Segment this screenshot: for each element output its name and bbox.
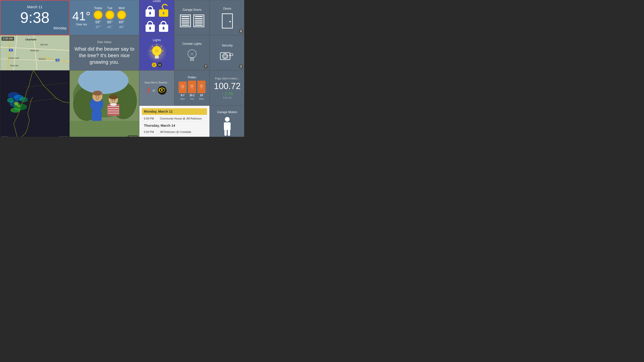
- security-tile[interactable]: Security 3: [210, 35, 244, 70]
- event-2-time: 5:00 PM: [144, 131, 157, 134]
- sun-icon-wed: [118, 11, 126, 19]
- lock-keyhole-2: [163, 12, 164, 14]
- garage-stripe: [182, 20, 189, 21]
- jokes-text: What did the beaver say to the tree? It'…: [73, 45, 136, 65]
- forecast-tue-label: Tue: [107, 6, 112, 10]
- event-1-time: 5:00 PM: [144, 117, 157, 120]
- stock-price: 100.72: [214, 81, 240, 91]
- map-time: 9:36 AM: [2, 37, 14, 41]
- pollen-mon-label: Mon: [180, 97, 185, 100]
- svg-point-40: [224, 55, 226, 57]
- garage-stripe: [195, 22, 203, 23]
- iowa-hawkeyes-logo: [158, 86, 167, 95]
- garage-icons: [180, 14, 204, 27]
- garage-icon-2: [193, 14, 204, 27]
- person-head: [225, 117, 230, 122]
- svg-rect-66: [92, 111, 102, 121]
- security-badge: 3: [239, 64, 243, 69]
- forecast-tue-low: 41°: [107, 25, 112, 29]
- svg-point-53: [14, 102, 18, 105]
- svg-text:Monroe: Monroe: [39, 58, 46, 60]
- forecast-today-high: 59°: [95, 20, 101, 24]
- photo-svg: [70, 70, 139, 137]
- pollen-tue-val: 10.1: [189, 94, 194, 97]
- lights-badge-on: 2: [152, 62, 156, 67]
- weather-description: Clear sky: [76, 23, 87, 26]
- svg-point-69: [112, 100, 113, 101]
- pollen-tree-icon: [180, 85, 185, 90]
- clock-time: 9:38: [20, 10, 50, 25]
- person-icon: [222, 117, 232, 135]
- svg-point-70: [114, 100, 115, 101]
- pollen-tue-label: Tue: [190, 97, 194, 100]
- locks-tile[interactable]: Locks: [139, 0, 174, 35]
- outside-lights-tile[interactable]: Outside Lights 7: [174, 35, 210, 70]
- svg-rect-60: [70, 121, 139, 137]
- forecast-wed-low: 46°: [119, 25, 124, 29]
- photo-time: 9:38 AM: [128, 135, 138, 137]
- svg-point-68: [109, 95, 118, 99]
- pollen-tree-icon-tue: [189, 84, 195, 90]
- garage-motion-title: Garage Motion: [217, 110, 237, 114]
- svg-point-39: [223, 54, 228, 59]
- pollen-bar-mon: [178, 81, 187, 93]
- svg-rect-82: [182, 88, 183, 89]
- garage-doors-tile[interactable]: Garage Doors: [174, 0, 210, 35]
- calendar-event-1: 5:00 PM Community House @ JM Robinson: [142, 116, 207, 121]
- pollen-mon: 9.7 Mon: [178, 81, 187, 100]
- lock-keyhole-4: [163, 27, 164, 29]
- jokes-tile: Dad Jokes What did the beaver say to the…: [70, 35, 139, 70]
- pollen-tue: 10.1 Tue: [188, 81, 196, 100]
- security-title: Security: [222, 44, 232, 47]
- clock-tile: March 11 9:38 Monday: [0, 0, 70, 35]
- lock-4: [158, 21, 170, 34]
- pollen-bars: 9.7 Mon 10.1 Tue 10 Wed: [178, 81, 206, 100]
- radar-time: 9:38 AM: [59, 136, 68, 137]
- event-1-title: Community House @ JM Robinson: [160, 117, 202, 120]
- photo-tile: 9:38 AM: [70, 70, 139, 137]
- event-2-title: JM Robinson @ Crestdale: [160, 131, 191, 134]
- door-icon: [222, 13, 233, 28]
- outside-lights-title: Outside Lights: [182, 42, 202, 45]
- radar-noaa-label: NOAA: [2, 136, 8, 137]
- forecast-wed-label: Wed: [118, 6, 125, 10]
- svg-text:Charlotte: Charlotte: [25, 38, 36, 41]
- doors-title: Doors: [223, 7, 231, 10]
- svg-text:Rock Hill: Rock Hill: [10, 64, 18, 67]
- calendar-header-2: Thursday, March 14: [142, 122, 207, 129]
- lock-shackle-1: [147, 6, 153, 10]
- stock-change-value: 1.56: [224, 91, 233, 96]
- svg-point-85: [200, 85, 203, 87]
- lock-2: [158, 6, 170, 19]
- lock-keyhole-1: [149, 12, 151, 14]
- sun-icon: [94, 11, 102, 19]
- door-knob: [230, 21, 231, 22]
- lock-shackle-4: [160, 21, 166, 25]
- garage-doors-title: Garage Doors: [182, 8, 202, 11]
- svg-point-64: [96, 96, 97, 97]
- lights-tile[interactable]: Lights 2 11: [139, 35, 174, 70]
- forecast-wed: Wed 69° 46°: [118, 6, 126, 29]
- calendar-header-1: Monday, March 11: [142, 108, 207, 115]
- forecast-today-low: 37°: [96, 25, 100, 29]
- stock-tile: Papa John's Intern... 100.72 ↑ 1.56 9:36…: [210, 70, 244, 106]
- svg-point-65: [98, 96, 99, 97]
- svg-text:Mint Hill: Mint Hill: [40, 43, 48, 46]
- svg-point-54: [17, 105, 20, 107]
- outside-lights-badge: 7: [204, 64, 208, 69]
- pollen-wed-val: 10: [200, 94, 203, 97]
- weather-forecast: Today 59° 37° Tue 66° 41° Wed 69° 46°: [94, 6, 126, 29]
- lights-badge-total: 11: [157, 62, 162, 67]
- svg-point-52: [10, 108, 20, 113]
- at-label: at: [152, 88, 155, 92]
- lock-body-2: [159, 9, 168, 17]
- svg-point-63: [93, 91, 102, 96]
- svg-rect-34: [190, 60, 194, 60]
- doors-tile[interactable]: Doors 5: [210, 0, 244, 35]
- weather-tile: 41° Clear sky Today 59° 37° Tue 66° 41° …: [70, 0, 139, 35]
- basketball-tile[interactable]: Iowa Men's Basket... I at: [139, 70, 174, 106]
- up-arrow-icon: ↑: [221, 91, 224, 96]
- lock-1: [144, 6, 156, 19]
- stock-time: 9:36 AM: [223, 96, 232, 99]
- pollen-bar-wed: [198, 81, 206, 93]
